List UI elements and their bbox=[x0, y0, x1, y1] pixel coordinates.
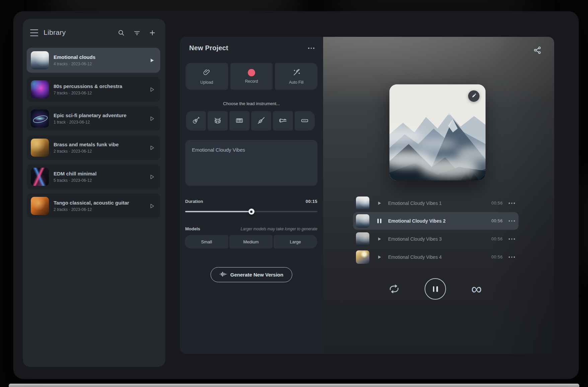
record-button[interactable]: Record bbox=[230, 63, 273, 90]
library-item-text: Epic sci-fi planetary adventure 1 track … bbox=[54, 112, 127, 125]
album-thumbnail-brass bbox=[31, 139, 49, 157]
duration-slider[interactable] bbox=[185, 210, 317, 213]
library-item-title: Emotional clouds bbox=[54, 54, 95, 60]
library-item-title: EDM chill minimal bbox=[54, 171, 96, 176]
library-item-tango-classical[interactable]: Tango classical, acoustic guitar 2 track… bbox=[27, 194, 160, 218]
pause-icon bbox=[433, 286, 438, 292]
app-screenshot: Library Emotional clouds 4 tracks · 2023… bbox=[0, 0, 588, 387]
instrument-guitar-button[interactable] bbox=[186, 111, 206, 131]
generate-new-version-button[interactable]: Generate New Version bbox=[211, 267, 292, 282]
library-item-text: Brass and metals funk vibe 2 tracks · 20… bbox=[54, 142, 119, 154]
slider-knob[interactable] bbox=[248, 209, 254, 215]
instrument-synth-button[interactable] bbox=[295, 111, 315, 131]
model-size-picker: Small Medium Large bbox=[185, 235, 317, 248]
track-duration: 00:56 bbox=[491, 201, 503, 206]
project-artwork bbox=[389, 84, 486, 180]
library-item-80s-percussions[interactable]: 80s percussions & orchestra 7 tracks · 2… bbox=[27, 77, 160, 102]
library-item-title: Epic sci-fi planetary adventure bbox=[54, 112, 127, 118]
synth-icon bbox=[300, 116, 309, 126]
ellipsis-icon[interactable] bbox=[509, 238, 515, 240]
library-item-text: 80s percussions & orchestra 7 tracks · 2… bbox=[54, 83, 122, 95]
model-medium-button[interactable]: Medium bbox=[229, 235, 273, 248]
auto-fill-button[interactable]: Auto Fill bbox=[275, 63, 317, 90]
drum-icon bbox=[213, 116, 222, 126]
track-thumbnail bbox=[356, 197, 369, 210]
desktop-bottom-edge bbox=[9, 384, 579, 387]
search-icon[interactable] bbox=[117, 28, 126, 37]
library-item-text: Emotional clouds 4 tracks · 2023-06-12 bbox=[54, 54, 95, 66]
ellipsis-icon[interactable] bbox=[308, 48, 314, 49]
play-icon[interactable] bbox=[376, 237, 383, 241]
instrument-piano-button[interactable] bbox=[229, 111, 249, 131]
paperclip-icon bbox=[203, 68, 211, 77]
pause-button[interactable] bbox=[425, 278, 446, 300]
library-title: Library bbox=[44, 28, 66, 36]
track-row-2-active[interactable]: Emotional Cloudy Vibes 2 00:56 bbox=[353, 212, 518, 230]
album-thumbnail-tango bbox=[31, 197, 49, 215]
track-title: Emotional Cloudy Vibes 3 bbox=[388, 236, 442, 242]
ellipsis-icon[interactable] bbox=[509, 220, 515, 222]
play-icon[interactable] bbox=[376, 201, 383, 206]
play-icon[interactable] bbox=[147, 202, 156, 210]
project-title: New Project bbox=[189, 44, 228, 52]
waveform-icon bbox=[220, 271, 227, 278]
album-thumbnail-edm bbox=[31, 168, 49, 186]
instrument-picker bbox=[186, 111, 315, 131]
pause-icon[interactable] bbox=[376, 219, 383, 223]
library-item-brass-funk[interactable]: Brass and metals funk vibe 2 tracks · 20… bbox=[27, 135, 160, 160]
upload-button[interactable]: Upload bbox=[186, 63, 228, 90]
play-icon[interactable] bbox=[147, 114, 156, 123]
models-hint: Larger models may take longer to generat… bbox=[241, 227, 317, 231]
model-small-button[interactable]: Small bbox=[185, 235, 228, 248]
library-item-title: Tango classical, acoustic guitar bbox=[54, 200, 129, 206]
model-large-button[interactable]: Large bbox=[274, 235, 317, 248]
track-row-1[interactable]: Emotional Cloudy Vibes 1 00:56 bbox=[353, 195, 518, 212]
track-row-3[interactable]: Emotional Cloudy Vibes 3 00:56 bbox=[353, 230, 518, 248]
instrument-trumpet-button[interactable] bbox=[273, 111, 293, 131]
track-title: Emotional Cloudy Vibes 1 bbox=[388, 201, 442, 206]
new-project-panel: New Project Upload Record bbox=[180, 37, 323, 354]
library-item-emotional-clouds[interactable]: Emotional clouds 4 tracks · 2023-06-12 bbox=[27, 48, 160, 73]
library-item-meta: 1 track · 2023-06-12 bbox=[54, 120, 127, 125]
library-item-epic-scifi[interactable]: Epic sci-fi planetary adventure 1 track … bbox=[27, 106, 160, 131]
track-duration: 00:56 bbox=[491, 255, 503, 259]
player-panel: Emotional Cloudy Vibes 1 00:56 Emotional… bbox=[323, 37, 554, 354]
track-row-4[interactable]: Emotional Cloudy Vibes 4 00:56 bbox=[353, 248, 518, 266]
play-icon[interactable] bbox=[147, 85, 156, 94]
play-icon[interactable] bbox=[376, 255, 383, 259]
ellipsis-icon[interactable] bbox=[509, 256, 515, 258]
instrument-drums-button[interactable] bbox=[208, 111, 228, 131]
duration-label: Duration bbox=[185, 199, 203, 204]
edit-artwork-button[interactable] bbox=[468, 90, 480, 102]
track-thumbnail bbox=[356, 250, 369, 264]
library-item-meta: 2 tracks · 2023-06-12 bbox=[54, 207, 129, 212]
play-icon[interactable] bbox=[147, 172, 156, 181]
track-thumbnail bbox=[356, 232, 369, 246]
generate-label: Generate New Version bbox=[230, 272, 283, 278]
prompt-input[interactable]: Emotional Cloudy Vibes bbox=[185, 140, 317, 186]
share-icon[interactable] bbox=[532, 45, 543, 56]
ellipsis-icon[interactable] bbox=[509, 203, 515, 204]
play-icon[interactable] bbox=[147, 143, 156, 152]
instrument-violin-button[interactable] bbox=[251, 111, 271, 131]
album-thumbnail-mountains bbox=[31, 51, 49, 69]
upload-label: Upload bbox=[200, 80, 213, 85]
hamburger-icon[interactable] bbox=[30, 29, 38, 36]
track-duration: 00:56 bbox=[491, 219, 503, 223]
app-window: Library Emotional clouds 4 tracks · 2023… bbox=[13, 11, 579, 379]
library-item-title: 80s percussions & orchestra bbox=[54, 83, 122, 89]
trumpet-icon bbox=[279, 116, 287, 126]
repeat-icon[interactable] bbox=[387, 283, 401, 295]
duration-value: 00:15 bbox=[306, 199, 317, 204]
infinity-icon[interactable]: ∞ bbox=[466, 281, 487, 297]
library-item-meta: 5 tracks · 2023-06-12 bbox=[54, 178, 96, 183]
library-item-meta: 4 tracks · 2023-06-12 bbox=[54, 62, 95, 66]
library-item-text: Tango classical, acoustic guitar 2 track… bbox=[54, 200, 129, 212]
library-item-text: EDM chill minimal 5 tracks · 2023-06-12 bbox=[54, 171, 96, 183]
violin-icon bbox=[257, 116, 266, 126]
play-icon[interactable] bbox=[147, 56, 156, 65]
filter-icon[interactable] bbox=[133, 28, 141, 37]
input-actions: Upload Record Auto Fill bbox=[186, 63, 317, 90]
plus-icon[interactable] bbox=[148, 28, 157, 37]
library-item-edm-chill[interactable]: EDM chill minimal 5 tracks · 2023-06-12 bbox=[27, 164, 160, 189]
